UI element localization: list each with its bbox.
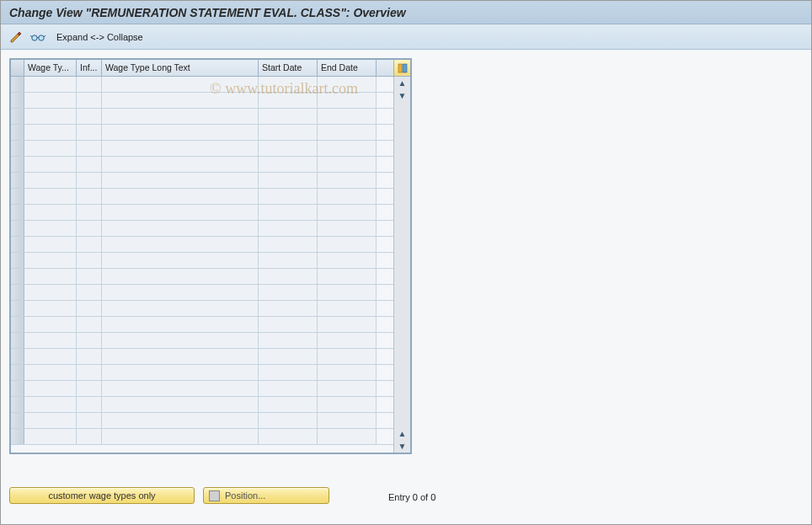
cell-wage-type[interactable] (24, 365, 77, 380)
table-row[interactable] (11, 125, 410, 141)
row-selector[interactable] (11, 333, 24, 348)
cell-start-date[interactable] (259, 237, 318, 252)
row-selector[interactable] (11, 173, 24, 188)
cell-start-date[interactable] (259, 365, 318, 380)
cell-inf[interactable] (77, 333, 102, 348)
row-selector[interactable] (11, 269, 24, 284)
cell-wage-type[interactable] (24, 237, 77, 252)
cell-inf[interactable] (77, 285, 102, 300)
row-selector[interactable] (11, 221, 24, 236)
cell-end-date[interactable] (318, 221, 377, 236)
cell-end-date[interactable] (318, 413, 377, 428)
cell-end-date[interactable] (318, 109, 377, 124)
cell-inf[interactable] (77, 221, 102, 236)
cell-wage-type[interactable] (24, 93, 77, 108)
table-row[interactable] (11, 237, 410, 253)
cell-wage-type[interactable] (24, 301, 77, 316)
cell-end-date[interactable] (318, 397, 377, 412)
cell-long-text[interactable] (102, 221, 259, 236)
cell-wage-type[interactable] (24, 221, 77, 236)
cell-wage-type[interactable] (24, 397, 77, 412)
row-selector[interactable] (11, 317, 24, 332)
row-selector[interactable] (11, 349, 24, 364)
cell-end-date[interactable] (318, 173, 377, 188)
cell-wage-type[interactable] (24, 157, 77, 172)
cell-long-text[interactable] (102, 141, 259, 156)
table-row[interactable] (11, 349, 410, 365)
cell-long-text[interactable] (102, 253, 259, 268)
cell-end-date[interactable] (318, 205, 377, 220)
table-row[interactable] (11, 109, 410, 125)
cell-inf[interactable] (77, 157, 102, 172)
cell-start-date[interactable] (259, 285, 318, 300)
cell-wage-type[interactable] (24, 413, 77, 428)
cell-end-date[interactable] (318, 269, 377, 284)
cell-inf[interactable] (77, 253, 102, 268)
cell-start-date[interactable] (259, 109, 318, 124)
cell-inf[interactable] (77, 397, 102, 412)
cell-wage-type[interactable] (24, 189, 77, 204)
cell-long-text[interactable] (102, 349, 259, 364)
table-row[interactable] (11, 269, 410, 285)
row-selector[interactable] (11, 285, 24, 300)
cell-long-text[interactable] (102, 333, 259, 348)
cell-wage-type[interactable] (24, 253, 77, 268)
table-row[interactable] (11, 317, 410, 333)
row-selector[interactable] (11, 125, 24, 140)
pencil-icon[interactable] (8, 29, 24, 45)
customer-wage-types-button[interactable]: customer wage types only (9, 487, 195, 504)
cell-wage-type[interactable] (24, 141, 77, 156)
cell-long-text[interactable] (102, 205, 259, 220)
cell-start-date[interactable] (259, 173, 318, 188)
cell-wage-type[interactable] (24, 77, 77, 92)
table-row[interactable] (11, 333, 410, 349)
col-header-start-date[interactable]: Start Date (259, 60, 318, 76)
cell-start-date[interactable] (259, 269, 318, 284)
cell-long-text[interactable] (102, 317, 259, 332)
cell-start-date[interactable] (259, 333, 318, 348)
cell-end-date[interactable] (318, 365, 377, 380)
cell-long-text[interactable] (102, 269, 259, 284)
table-settings-icon[interactable] (393, 60, 410, 77)
cell-end-date[interactable] (318, 77, 377, 92)
scroll-down-icon[interactable]: ▼ (396, 89, 409, 102)
table-row[interactable] (11, 205, 410, 221)
cell-wage-type[interactable] (24, 173, 77, 188)
cell-inf[interactable] (77, 77, 102, 92)
cell-end-date[interactable] (318, 189, 377, 204)
cell-long-text[interactable] (102, 157, 259, 172)
cell-wage-type[interactable] (24, 333, 77, 348)
cell-long-text[interactable] (102, 77, 259, 92)
cell-wage-type[interactable] (24, 349, 77, 364)
row-selector[interactable] (11, 301, 24, 316)
cell-long-text[interactable] (102, 301, 259, 316)
cell-long-text[interactable] (102, 125, 259, 140)
table-row[interactable] (11, 77, 410, 93)
col-header-wage-type[interactable]: Wage Ty... (24, 60, 77, 76)
cell-inf[interactable] (77, 141, 102, 156)
row-selector[interactable] (11, 413, 24, 428)
cell-wage-type[interactable] (24, 381, 77, 396)
row-selector[interactable] (11, 93, 24, 108)
cell-start-date[interactable] (259, 77, 318, 92)
cell-wage-type[interactable] (24, 205, 77, 220)
table-row[interactable] (11, 429, 410, 445)
cell-start-date[interactable] (259, 413, 318, 428)
cell-long-text[interactable] (102, 397, 259, 412)
cell-inf[interactable] (77, 301, 102, 316)
row-selector[interactable] (11, 365, 24, 380)
cell-inf[interactable] (77, 429, 102, 444)
cell-wage-type[interactable] (24, 125, 77, 140)
cell-wage-type[interactable] (24, 429, 77, 444)
cell-inf[interactable] (77, 173, 102, 188)
col-header-long-text[interactable]: Wage Type Long Text (102, 60, 259, 76)
cell-wage-type[interactable] (24, 109, 77, 124)
cell-start-date[interactable] (259, 429, 318, 444)
row-selector[interactable] (11, 109, 24, 124)
row-selector[interactable] (11, 77, 24, 92)
cell-inf[interactable] (77, 269, 102, 284)
cell-end-date[interactable] (318, 237, 377, 252)
cell-end-date[interactable] (318, 125, 377, 140)
row-selector[interactable] (11, 381, 24, 396)
cell-inf[interactable] (77, 109, 102, 124)
